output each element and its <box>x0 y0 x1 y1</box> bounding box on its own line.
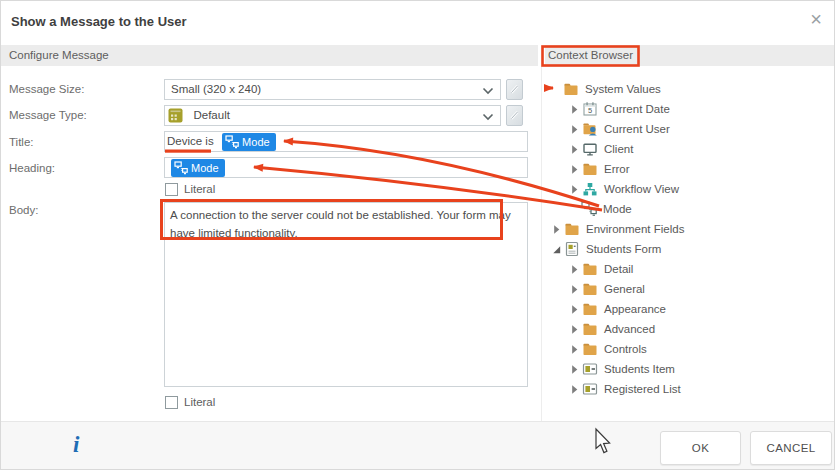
pencil-icon <box>509 109 521 121</box>
chevron-down-icon <box>482 113 494 121</box>
close-icon[interactable]: × <box>810 9 822 29</box>
literal-label: Literal <box>184 396 215 408</box>
tree-item-client[interactable]: Client <box>568 139 633 159</box>
title-label: Title: <box>9 136 34 148</box>
expand-toggle-icon[interactable] <box>550 223 563 236</box>
folder-icon <box>582 261 598 277</box>
message-type-label: Message Type: <box>9 109 87 121</box>
message-type-edit-button[interactable] <box>506 105 523 126</box>
message-type-default-icon <box>168 108 183 123</box>
form-icon <box>564 241 580 257</box>
message-size-edit-button[interactable] <box>506 79 523 100</box>
tree-item-students-form[interactable]: Students Form <box>550 239 661 259</box>
tree-item-environment-fields[interactable]: Environment Fields <box>550 219 684 239</box>
expand-toggle-icon[interactable] <box>568 123 581 136</box>
mode-token-chip[interactable]: Mode <box>222 133 276 151</box>
ok-button[interactable]: OK <box>660 431 741 465</box>
body-textarea[interactable]: A connection to the server could not be … <box>164 202 528 387</box>
tree-item-mode[interactable]: Mode <box>568 199 632 219</box>
tree-item-controls[interactable]: Controls <box>568 339 647 359</box>
collapse-toggle-icon[interactable] <box>550 243 563 256</box>
panel-divider <box>541 66 542 421</box>
list-item-icon <box>582 381 598 397</box>
tree-item-general[interactable]: General <box>568 279 645 299</box>
expand-toggle-icon[interactable] <box>568 323 581 336</box>
tree-item-advanced[interactable]: Advanced <box>568 319 655 339</box>
tree-item-workflow-view[interactable]: Workflow View <box>568 179 679 199</box>
folder-icon <box>564 221 580 237</box>
folder-icon <box>563 81 579 97</box>
expand-toggle-icon[interactable] <box>568 163 581 176</box>
expand-toggle-icon[interactable] <box>568 143 581 156</box>
title-text: Device is <box>165 132 218 151</box>
pencil-icon <box>509 83 521 95</box>
workflow-icon <box>582 181 598 197</box>
mode-icon <box>581 201 597 217</box>
folder-icon <box>582 341 598 357</box>
expand-toggle-icon[interactable] <box>568 343 581 356</box>
expand-toggle-icon[interactable] <box>568 283 581 296</box>
heading-input[interactable]: Mode <box>164 157 528 178</box>
list-item-icon <box>582 361 598 377</box>
literal-checkbox-heading[interactable] <box>165 183 178 196</box>
tree-item-error[interactable]: Error <box>568 159 630 179</box>
message-type-select[interactable]: Default <box>164 105 501 126</box>
mode-icon <box>174 161 188 175</box>
heading-label: Heading: <box>9 162 55 174</box>
mode-icon <box>225 135 239 149</box>
expand-toggle-icon[interactable] <box>568 363 581 376</box>
expand-toggle-icon[interactable] <box>568 263 581 276</box>
literal-checkbox-body[interactable] <box>165 396 178 409</box>
title-input[interactable]: Device is Mode <box>164 131 528 152</box>
tree-item-current-date[interactable]: Current Date <box>568 99 670 119</box>
body-label: Body: <box>9 204 38 216</box>
tree-item-system-values[interactable]: System Values <box>550 79 661 99</box>
calendar-icon <box>582 101 598 117</box>
chevron-down-icon <box>482 87 494 95</box>
folder-icon <box>582 321 598 337</box>
folder-icon <box>582 301 598 317</box>
user-folder-icon <box>582 121 598 137</box>
message-size-label: Message Size: <box>9 83 84 95</box>
tree-item-registered-list[interactable]: Registered List <box>568 379 681 399</box>
expand-toggle-icon[interactable] <box>568 383 581 396</box>
show-message-dialog: Show a Message to the User × Configure M… <box>0 0 835 470</box>
tree-item-students-item[interactable]: Students Item <box>568 359 675 379</box>
cancel-button[interactable]: CANCEL <box>750 431 832 465</box>
dialog-title: Show a Message to the User <box>11 14 187 29</box>
info-icon[interactable]: i <box>73 432 79 458</box>
tree-item-current-user[interactable]: Current User <box>568 119 670 139</box>
expand-toggle-icon[interactable] <box>568 183 581 196</box>
tree-item-detail[interactable]: Detail <box>568 259 633 279</box>
monitor-icon <box>582 141 598 157</box>
expand-toggle-icon[interactable] <box>568 103 581 116</box>
mode-token-chip[interactable]: Mode <box>171 159 225 177</box>
context-browser-header: Context Browser <box>545 45 835 66</box>
message-size-select[interactable]: Small (320 x 240) <box>164 79 501 100</box>
expand-toggle-icon[interactable] <box>568 303 581 316</box>
configure-message-header: Configure Message <box>1 45 538 66</box>
dialog-titlebar: Show a Message to the User × <box>1 1 834 45</box>
literal-label: Literal <box>184 183 215 195</box>
tree-item-appearance[interactable]: Appearance <box>568 299 666 319</box>
folder-icon <box>582 161 598 177</box>
folder-icon <box>582 281 598 297</box>
